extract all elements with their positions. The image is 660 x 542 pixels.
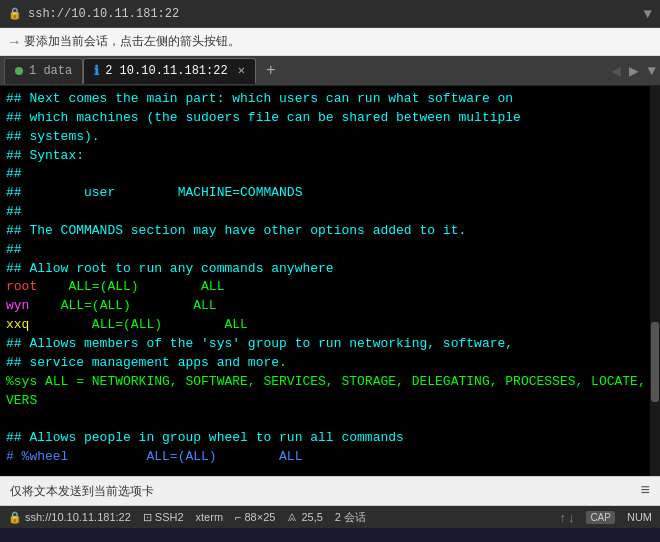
tab-nav: ◀ ▶ ▼ bbox=[608, 61, 656, 81]
tab-bar: 1 data ℹ 2 10.10.11.181:22 ✕ + ◀ ▶ ▼ bbox=[0, 56, 660, 86]
terminal-line: ## which machines (the sudoers file can … bbox=[6, 109, 654, 128]
terminal-line: ## Syntax: bbox=[6, 147, 654, 166]
terminal-line: wyn ALL=(ALL) ALL bbox=[6, 297, 654, 316]
tab-dot-green bbox=[15, 67, 23, 75]
size-icon: ⌐ bbox=[235, 511, 241, 523]
terminal-line: ## Allows people in group wheel to run a… bbox=[6, 429, 654, 448]
terminal-line: xxq ALL=(ALL) ALL bbox=[6, 316, 654, 335]
status-term-text: xterm bbox=[196, 511, 224, 523]
title-bar-dropdown[interactable]: ▼ bbox=[644, 6, 652, 22]
terminal-line: ## bbox=[6, 165, 654, 184]
status-protocol-text: SSH2 bbox=[155, 511, 184, 523]
status-term: xterm bbox=[196, 511, 224, 523]
terminal-content: ## Next comes the main part: which users… bbox=[6, 90, 654, 472]
tab-info-icon: ℹ bbox=[94, 63, 99, 79]
terminal-line: VERS bbox=[6, 392, 654, 411]
terminal-line bbox=[6, 410, 654, 429]
status-size-text: 88×25 bbox=[245, 511, 276, 523]
tab-ssh[interactable]: ℹ 2 10.10.11.181:22 ✕ bbox=[83, 58, 256, 84]
terminal-line: %sys ALL = NETWORKING, SOFTWARE, SERVICE… bbox=[6, 373, 654, 392]
terminal-line: ## The COMMANDS section may have other o… bbox=[6, 222, 654, 241]
send-bar-text: 仅将文本发送到当前选项卡 bbox=[10, 483, 154, 500]
status-sessions-text: 2 会话 bbox=[335, 510, 366, 525]
terminal-line: ## Allows members of the 'sys' group to … bbox=[6, 335, 654, 354]
send-bar: 仅将文本发送到当前选项卡 ≡ bbox=[0, 476, 660, 506]
title-bar-left: 🔒 ssh://10.10.11.181:22 bbox=[8, 7, 179, 21]
tab-data[interactable]: 1 data bbox=[4, 58, 83, 84]
lock-status-icon: 🔒 bbox=[8, 511, 22, 524]
tab1-label: 1 data bbox=[29, 64, 72, 78]
ssh-icon: ⊡ bbox=[143, 511, 152, 524]
status-bar: 🔒 ssh://10.10.11.181:22 ⊡ SSH2 xterm ⌐ 8… bbox=[0, 506, 660, 528]
terminal[interactable]: ## Next comes the main part: which users… bbox=[0, 86, 660, 476]
title-bar: 🔒 ssh://10.10.11.181:22 ▼ bbox=[0, 0, 660, 28]
terminal-line bbox=[6, 467, 654, 472]
status-host: 🔒 ssh://10.10.11.181:22 bbox=[8, 511, 131, 524]
hint-text: 要添加当前会话，点击左侧的箭头按钮。 bbox=[24, 33, 240, 50]
status-position-text: 25,5 bbox=[301, 511, 322, 523]
num-indicator: NUM bbox=[627, 511, 652, 523]
status-position: ⩓ 25,5 bbox=[287, 511, 322, 523]
tab-next-button[interactable]: ▶ bbox=[626, 61, 642, 81]
scroll-thumb[interactable] bbox=[651, 322, 659, 402]
tab2-label: 2 10.10.11.181:22 bbox=[105, 64, 227, 78]
status-scroll-arrows: ↑ ↓ bbox=[559, 510, 574, 525]
send-bar-menu-icon[interactable]: ≡ bbox=[640, 482, 650, 500]
terminal-line: ## Allow root to run any commands anywhe… bbox=[6, 260, 654, 279]
lock-icon: 🔒 bbox=[8, 7, 22, 20]
cap-badge: CAP bbox=[586, 511, 615, 524]
status-protocol: ⊡ SSH2 bbox=[143, 511, 184, 524]
scroll-up-button[interactable]: ↑ bbox=[559, 510, 566, 525]
tab-prev-button[interactable]: ◀ bbox=[608, 61, 624, 81]
terminal-line: ## bbox=[6, 203, 654, 222]
scroll-down-button[interactable]: ↓ bbox=[568, 510, 575, 525]
status-sessions: 2 会话 bbox=[335, 510, 366, 525]
status-host-text: ssh://10.10.11.181:22 bbox=[25, 511, 131, 523]
tab-close-button[interactable]: ✕ bbox=[238, 63, 245, 78]
hint-bar: → 要添加当前会话，点击左侧的箭头按钮。 bbox=[0, 28, 660, 56]
terminal-line: ## Next comes the main part: which users… bbox=[6, 90, 654, 109]
position-icon: ⩓ bbox=[287, 511, 298, 523]
terminal-line: ## systems). bbox=[6, 128, 654, 147]
status-size: ⌐ 88×25 bbox=[235, 511, 275, 523]
hint-arrow-icon: → bbox=[10, 34, 18, 50]
scroll-track[interactable] bbox=[650, 86, 660, 476]
add-tab-button[interactable]: + bbox=[260, 60, 282, 82]
terminal-line: ## service management apps and more. bbox=[6, 354, 654, 373]
terminal-line: # %wheel ALL=(ALL) ALL bbox=[6, 448, 654, 467]
window-title: ssh://10.10.11.181:22 bbox=[28, 7, 179, 21]
terminal-line: ## user MACHINE=COMMANDS bbox=[6, 184, 654, 203]
tab-dropdown-button[interactable]: ▼ bbox=[648, 63, 656, 79]
terminal-line: root ALL=(ALL) ALL bbox=[6, 278, 654, 297]
terminal-line: ## bbox=[6, 241, 654, 260]
